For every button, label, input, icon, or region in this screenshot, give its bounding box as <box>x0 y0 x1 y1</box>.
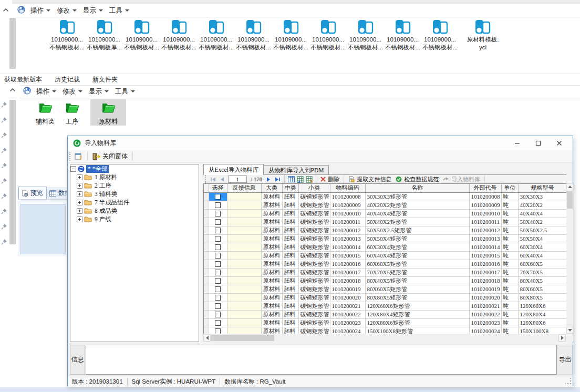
get-latest-version[interactable]: 获取最新版本 <box>0 74 46 86</box>
file-item-8[interactable]: 10109000...不锈钢板材... <box>347 19 384 51</box>
vertical-scroll-thumb[interactable] <box>567 191 573 209</box>
table-row[interactable]: 原材料胚料碳钢矩形管101020001250X50X2.5矩形管10102000… <box>204 226 566 234</box>
row-selector-cell[interactable] <box>204 285 209 293</box>
tab-import-to-pdm[interactable]: 从物料库导入到PDM <box>263 165 329 175</box>
export-button[interactable]: 导出 <box>557 345 573 375</box>
table-row[interactable]: 原材料胚料碳钢矩形管1010200021120X60X6矩形管101020002… <box>204 302 566 310</box>
next-page-button[interactable] <box>264 176 273 183</box>
file-item-6[interactable]: 10109000...不锈钢板材... <box>272 19 309 51</box>
file-item-9[interactable]: 10109000...不锈钢板材... <box>384 19 421 51</box>
minimize-button[interactable] <box>506 136 527 150</box>
table-row[interactable]: 原材料胚料碳钢矩形管101020001350X50X4矩形管1010200013… <box>204 234 566 243</box>
table-row[interactable]: 原材料胚料碳钢矩形管101020001040X40X4矩形管1010200010… <box>204 209 566 218</box>
column-header-4[interactable]: 小类 <box>298 184 330 192</box>
panel-pin-1[interactable] <box>1 117 7 123</box>
row-selector-cell[interactable] <box>204 234 209 243</box>
file-panel-menu-1[interactable]: 修改 <box>54 5 80 16</box>
page-number-input[interactable]: 1 <box>228 176 247 183</box>
tree-node-label[interactable]: 9 产线 <box>94 215 112 223</box>
row-selector-cell[interactable] <box>204 302 209 310</box>
file-panel-menu-0[interactable]: 操作 <box>27 5 54 16</box>
info-textarea[interactable] <box>86 345 557 375</box>
table-row[interactable]: 原材料胚料碳钢矩形管101020001660X60X5矩形管1010200016… <box>204 260 566 268</box>
tree-node-label[interactable]: 1 原材料 <box>94 173 118 181</box>
tree-collapse-toggle[interactable] <box>70 166 76 172</box>
row-selector-cell[interactable] <box>204 260 209 268</box>
row-checkbox[interactable] <box>215 295 221 301</box>
tree-node-label[interactable]: 7 半成品组件 <box>94 199 130 207</box>
tree-expand-toggle[interactable] <box>77 208 82 214</box>
row-checkbox[interactable] <box>215 228 221 233</box>
select-checkbox-cell[interactable] <box>209 201 227 209</box>
import-material-button[interactable]: 导入物料库 <box>441 176 482 183</box>
file-panel-menu-2[interactable]: 显示 <box>80 5 106 16</box>
table-row[interactable]: 原材料胚料碳钢矩形管101020000940X20X2矩形管1010200009… <box>204 201 566 209</box>
select-checkbox-cell[interactable] <box>209 226 227 234</box>
row-selector-cell[interactable] <box>204 243 209 251</box>
column-header-3[interactable]: 中类 <box>282 184 298 192</box>
file-item-10[interactable]: 10109000...不锈钢板材... <box>421 19 459 51</box>
folder-panel-menu-2[interactable]: 显示 <box>86 86 112 97</box>
select-checkbox-cell[interactable] <box>209 285 227 293</box>
folder-panel-menu-3[interactable]: 工具 <box>112 86 138 97</box>
navigator-grip[interactable] <box>205 175 208 183</box>
close-form-button[interactable]: 关闭窗体 <box>90 151 130 162</box>
tree-node-label[interactable]: 8 成品类 <box>94 207 118 215</box>
row-checkbox[interactable] <box>215 244 221 250</box>
tab-preview[interactable]: 预览 <box>18 187 47 199</box>
check-data-spec-button[interactable]: 检查数据规范 <box>393 176 441 183</box>
column-header-2[interactable]: 大类 <box>261 184 282 192</box>
table-row[interactable]: 原材料胚料碳钢矩形管101020001460X30X4矩形管1010200014… <box>204 243 566 251</box>
dialog-titlebar[interactable]: 导入物料库 <box>68 136 573 150</box>
pushpin-icon[interactable] <box>1 162 7 169</box>
first-page-button[interactable] <box>209 176 218 183</box>
tree-node-4[interactable]: 8 成品类 <box>77 207 199 215</box>
excel-export-button[interactable] <box>305 176 314 183</box>
last-page-button[interactable] <box>273 176 282 183</box>
column-header-1[interactable]: 反馈信息 <box>227 184 261 192</box>
new-folder[interactable]: 新文件夹 <box>88 74 122 86</box>
select-checkbox-cell[interactable] <box>209 260 227 268</box>
pushpin-icon[interactable] <box>1 178 7 184</box>
file-item-7[interactable]: 10109000...不锈钢板材... <box>309 19 347 51</box>
column-header-6[interactable]: 名称 <box>365 184 469 192</box>
tab-import-from-excel[interactable]: 从Excel导入物料库 <box>203 164 264 175</box>
grid-view-button[interactable] <box>287 176 296 183</box>
form-settings-button[interactable]: ? <box>72 151 85 161</box>
scroll-up-button[interactable] <box>566 183 573 190</box>
row-checkbox[interactable] <box>215 194 221 200</box>
select-checkbox-cell[interactable] <box>209 192 227 201</box>
row-selector-cell[interactable] <box>204 226 209 234</box>
column-header-5[interactable]: 物料编码 <box>330 184 365 192</box>
folder-panel-scrollbar[interactable] <box>9 100 16 244</box>
row-checkbox[interactable] <box>215 211 221 216</box>
excel-open-button[interactable] <box>296 176 305 183</box>
file-item-3[interactable]: 10109000...不锈钢板材... <box>160 19 198 51</box>
row-selector-cell[interactable] <box>204 192 209 201</box>
table-row[interactable]: 原材料胚料碳钢矩形管1010200024150X100X8矩形管10102000… <box>204 327 566 334</box>
panel-pin-7[interactable] <box>1 208 7 214</box>
row-selector-cell[interactable] <box>204 318 209 327</box>
table-row[interactable]: 原材料胚料碳钢矩形管101020001560X40X4矩形管1010200015… <box>204 251 566 260</box>
panel-pin-5[interactable] <box>1 178 7 184</box>
row-selector-cell[interactable] <box>204 310 209 318</box>
close-button[interactable] <box>548 136 569 150</box>
column-header-0[interactable]: 选择 <box>209 184 227 192</box>
folder-panel-menu-1[interactable]: 修改 <box>59 86 86 97</box>
row-selector-cell[interactable] <box>204 293 209 302</box>
tree-expand-toggle[interactable] <box>77 183 82 189</box>
pushpin-icon[interactable] <box>1 239 7 245</box>
row-selector-cell[interactable] <box>204 201 209 209</box>
horizontal-scroll-thumb[interactable] <box>211 335 274 341</box>
select-checkbox-cell[interactable] <box>209 310 227 318</box>
tree-node-2[interactable]: 3 辅料类 <box>77 190 199 198</box>
select-checkbox-cell[interactable] <box>209 218 227 226</box>
table-row[interactable]: 原材料胚料碳钢矩形管101020001880X40X5矩形管1010200018… <box>204 276 566 285</box>
table-vertical-scrollbar[interactable] <box>566 183 573 334</box>
row-selector-cell[interactable] <box>204 218 209 226</box>
prev-page-button[interactable] <box>218 176 226 183</box>
row-checkbox[interactable] <box>215 219 221 225</box>
tree-node-label[interactable]: 3 辅料类 <box>94 190 118 198</box>
pushpin-icon[interactable] <box>1 132 7 138</box>
pushpin-icon[interactable] <box>1 101 7 108</box>
